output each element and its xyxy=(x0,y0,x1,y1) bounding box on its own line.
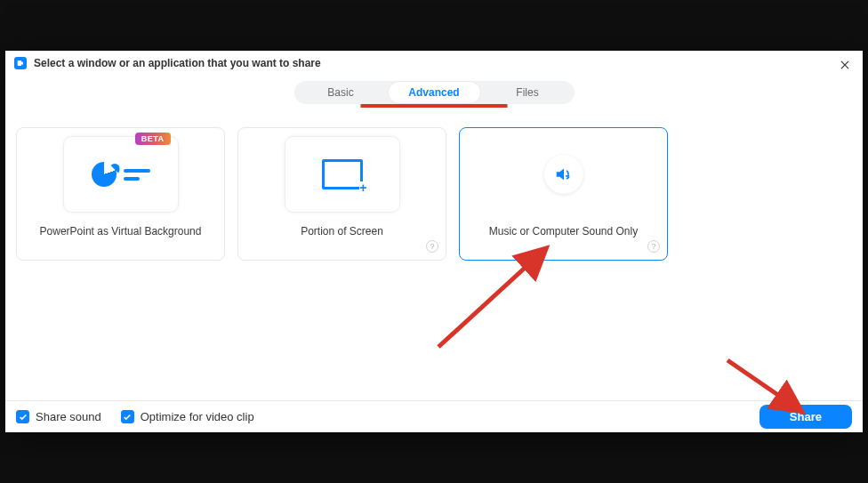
portion-preview xyxy=(285,136,400,213)
option-label: Music or Computer Sound Only xyxy=(489,225,638,237)
tab-basic[interactable]: Basic xyxy=(294,81,388,104)
tab-bar: Basic Advanced Files xyxy=(5,81,863,104)
close-button[interactable] xyxy=(836,56,854,74)
share-sound-label: Share sound xyxy=(36,410,101,423)
help-icon[interactable]: ? xyxy=(647,240,660,253)
tab-segment: Basic Advanced Files xyxy=(294,81,575,104)
checkbox-icon xyxy=(16,410,29,423)
annotation-underline xyxy=(361,104,508,108)
share-screen-dialog: Select a window or an application that y… xyxy=(5,51,863,432)
sound-icon xyxy=(544,155,583,194)
ppt-preview: BETA xyxy=(63,136,179,213)
zoom-icon xyxy=(14,57,27,69)
option-music-computer-sound[interactable]: Music or Computer Sound Only ? xyxy=(459,127,668,261)
checkbox-icon xyxy=(121,410,134,423)
optimize-video-label: Optimize for video clip xyxy=(141,410,254,423)
share-button[interactable]: Share xyxy=(760,405,852,429)
option-ppt-virtual-background[interactable]: BETA PowerPoint as Virtual Background xyxy=(16,127,225,261)
option-portion-of-screen[interactable]: Portion of Screen ? xyxy=(237,127,446,261)
portion-rect-icon xyxy=(322,159,363,189)
dialog-footer: Share sound Optimize for video clip Shar… xyxy=(5,400,863,432)
beta-badge: BETA xyxy=(135,133,171,145)
dialog-title: Select a window or an application that y… xyxy=(34,57,321,69)
ppt-chart-icon xyxy=(92,162,150,187)
tab-advanced[interactable]: Advanced xyxy=(388,81,481,104)
options-grid: BETA PowerPoint as Virtual Background Po… xyxy=(5,104,863,261)
help-icon[interactable]: ? xyxy=(426,240,438,253)
sound-preview xyxy=(506,136,622,213)
share-sound-checkbox[interactable]: Share sound xyxy=(16,410,101,423)
tab-files[interactable]: Files xyxy=(481,81,575,104)
title-bar: Select a window or an application that y… xyxy=(5,51,863,76)
optimize-video-checkbox[interactable]: Optimize for video clip xyxy=(121,410,254,423)
option-label: Portion of Screen xyxy=(301,225,383,237)
option-label: PowerPoint as Virtual Background xyxy=(40,225,202,237)
